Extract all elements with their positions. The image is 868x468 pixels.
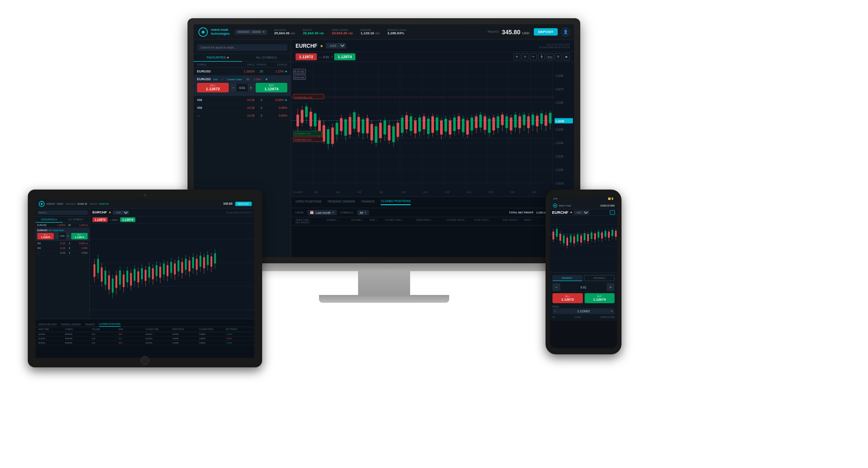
tablet-closed-positions-tab[interactable]: CLOSED POSITIONS <box>99 323 120 327</box>
tablet-info-link[interactable]: Info <box>48 229 52 232</box>
tab-closed-positions[interactable]: CLOSED POSITIONS <box>381 200 411 205</box>
tablet-bid-box[interactable]: 1.12872 <box>92 217 108 222</box>
list-item[interactable]: EURUSD 1.28204 20 1.22% ★ <box>194 68 291 75</box>
tablet-qty-minus[interactable]: - <box>55 232 59 239</box>
free-funds-stat: FREE FUNDS 24,543.20 USD <box>332 29 352 35</box>
sell-button[interactable]: SELL 1.12672 <box>197 83 229 92</box>
tablet-camera <box>144 194 146 196</box>
svg-rect-277 <box>584 233 585 240</box>
qty-decrease-button[interactable]: − <box>230 84 237 92</box>
favourites-star-icon: ★ <box>227 56 229 59</box>
phone-price-control: − 1.123002 + <box>552 308 615 314</box>
svg-rect-102 <box>462 119 464 132</box>
phone-qty-plus[interactable]: + <box>607 283 615 291</box>
tablet-list-item[interactable]: EURUSD 1.28204 20 1.22% ★ <box>36 223 89 228</box>
tablet-price-bar: 1.12872 — 0.01 + 1.12874 <box>90 216 254 223</box>
tablet-chart-header: EURCHF ★ m15 12 Jun 2019 16:10 UTC+2 <box>90 209 254 216</box>
tablet-sell-button[interactable]: SELL 1.12672 <box>37 233 54 239</box>
svg-rect-217 <box>156 265 158 276</box>
info-link[interactable]: Info <box>214 78 218 81</box>
tablet-ask-box[interactable]: 1.12874 <box>120 217 135 222</box>
date-filter-selector[interactable]: 📅 Last month ▾ <box>307 210 337 215</box>
svg-rect-279 <box>587 234 589 241</box>
tablet-buy-button[interactable]: BUY 1.12674 <box>71 233 88 239</box>
deposit-button[interactable]: DEPOSIT <box>534 28 558 36</box>
tablet-home-button[interactable] <box>141 356 149 365</box>
zoom-out-button[interactable]: ⊖ <box>522 53 529 60</box>
tab-favourites[interactable]: FAVOURITES ★ <box>194 54 242 62</box>
tablet-list-item[interactable]: VIX 14.30 2 0.09% ★ <box>36 241 89 246</box>
buy-button[interactable]: BUY 1.12674 <box>256 83 287 92</box>
svg-rect-185 <box>97 259 99 273</box>
svg-rect-28 <box>301 110 303 123</box>
tablet-list-item[interactable]: VIX 14.30 2 0.09% <box>36 246 89 251</box>
pencil-icon[interactable]: ✏ <box>530 53 537 60</box>
tablet-deposit-button[interactable]: DEPOSIT <box>235 202 252 206</box>
tablet-header: #000002 - DEMO BALANCE 25,864.36 EQUITY … <box>36 199 254 209</box>
svg-rect-239 <box>196 259 197 270</box>
margin-level-stat: MARGIN LEVEL 2,288.83% <box>388 29 407 35</box>
svg-text:1.12160: 1.12160 <box>556 119 564 123</box>
search-input[interactable] <box>197 44 287 51</box>
create-order-link[interactable]: Create Order <box>227 78 242 81</box>
list-item[interactable]: — 14.30 2 0.09% <box>194 112 291 120</box>
user-icon[interactable]: 👤 <box>561 28 570 36</box>
tablet-timeframe-selector[interactable]: m15 <box>113 210 129 215</box>
svg-text:10:00: 10:00 <box>401 191 406 193</box>
svg-rect-128 <box>519 116 521 128</box>
tablet-qty-plus[interactable]: + <box>66 232 70 239</box>
account-selector[interactable]: #000002 - DEMO ▾ <box>235 29 267 35</box>
svg-rect-100 <box>457 116 460 129</box>
phone-pending-tab[interactable]: PENDING <box>584 275 615 281</box>
cursor-tool-button[interactable]: ╋ <box>538 53 545 60</box>
symbols-filter-selector[interactable]: All ▾ <box>357 210 369 215</box>
phone-buy-button[interactable]: BUY 1.12674 <box>585 293 615 303</box>
play-button[interactable]: ▶ <box>563 53 570 60</box>
svg-rect-221 <box>163 264 164 275</box>
svg-rect-86 <box>427 119 430 134</box>
svg-rect-205 <box>134 269 135 281</box>
svg-rect-76 <box>405 115 408 129</box>
phone-qty-minus[interactable]: − <box>552 283 560 291</box>
phone-info-row: 20 1.22% 11233.12 USD <box>552 316 615 318</box>
indicator-button[interactable]: f(x) <box>546 53 553 60</box>
tablet-open-positions-tab[interactable]: OPEN POSITIONS <box>38 323 57 327</box>
tablet-qty-control: - 0.01 + <box>55 232 70 239</box>
list-item[interactable]: VIX 14.30 2 0.09% <box>194 104 291 112</box>
tablet-finance-tab[interactable]: FINANCE <box>85 323 95 327</box>
tablet-create-order-link[interactable]: Create Order <box>53 229 64 232</box>
tablet-pending-orders-tab[interactable]: PENDING ORDERS <box>61 323 81 327</box>
svg-rect-138 <box>540 114 543 124</box>
list-item[interactable]: VIX 14.30 2 0.09% ★ <box>194 96 291 104</box>
phone-platform: 9:41 📶 🔋 Match Trade 11233.12 USD <box>550 196 617 348</box>
tablet-list-item[interactable]: — 14.30 2 0.09% <box>36 251 89 255</box>
ask-price-box[interactable]: 1.12874 <box>334 53 355 60</box>
phone-order-panel: MARKET PENDING − 0.01 + SELL <box>550 272 617 321</box>
chart-datetime: 12 Jun 2019 16:10 UTC+2 <box>539 46 570 49</box>
qty-increase-button[interactable]: + <box>248 84 254 92</box>
bid-price-box[interactable]: 1.12872 <box>296 53 317 60</box>
svg-text:SL #1: 0.01: SL #1: 0.01 <box>294 70 304 73</box>
svg-rect-32 <box>309 112 312 127</box>
phone-price-plus[interactable]: + <box>611 309 613 313</box>
phone-sell-button[interactable]: SELL 1.12672 <box>552 293 583 303</box>
tablet-tab-all[interactable]: ALL SYMBOLS <box>62 217 89 223</box>
qty-value: 0.01 <box>237 86 248 89</box>
logo-area: match-trade technologies <box>198 27 230 37</box>
tablet-tab-favourites[interactable]: FAVOURITES ★ <box>36 217 62 223</box>
timeframe-selector[interactable]: m15 m1 m5 H1 D1 <box>326 43 346 49</box>
tab-all-symbols[interactable]: ALL SYMBOLS <box>242 54 291 62</box>
chart-star-icon[interactable]: ★ <box>320 44 323 48</box>
phone-expand-button[interactable]: ⤢ <box>610 210 615 215</box>
svg-rect-227 <box>174 264 176 275</box>
settings-icon[interactable]: ⚙ <box>555 53 562 60</box>
phone-market-tab[interactable]: MARKET <box>552 275 582 281</box>
zoom-in-button[interactable]: ⊕ <box>513 53 520 60</box>
phone-timeframe-selector[interactable]: m15 <box>574 210 589 215</box>
tablet-search-input[interactable] <box>37 210 88 215</box>
tab-pending-orders[interactable]: PENDING ORDERS <box>328 200 355 205</box>
svg-rect-92 <box>440 121 443 134</box>
symbols-filter-value: All <box>360 211 363 214</box>
tab-finance[interactable]: FINANCE <box>362 200 375 205</box>
tab-open-positions[interactable]: OPEN POSITIONS <box>296 200 322 205</box>
